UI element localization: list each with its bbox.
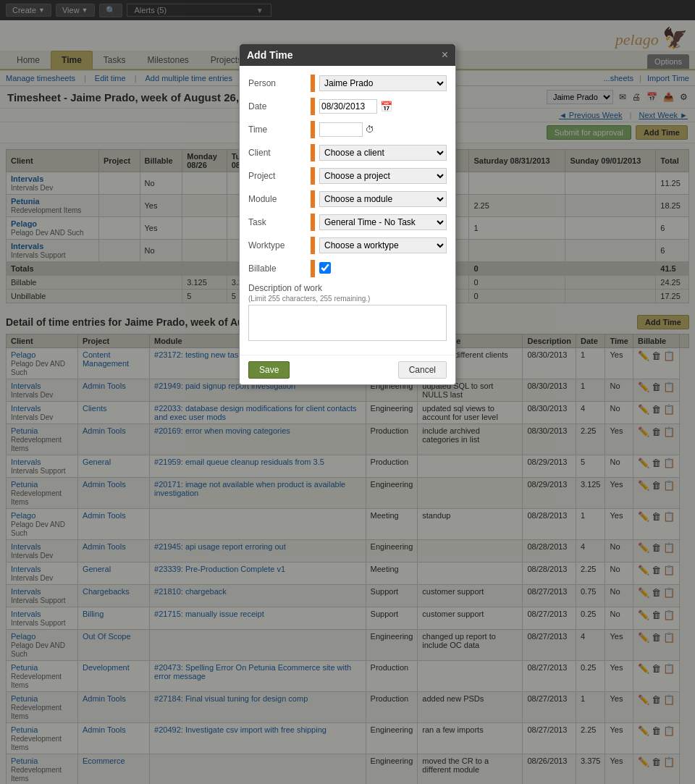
description-section: Description of work (Limit 255 character… (248, 283, 447, 343)
project-label: Project (248, 171, 306, 181)
worktype-row: Worktype Choose a worktype (248, 237, 447, 254)
add-time-modal: Add Time × Person Jaime Prado Date (239, 43, 456, 385)
date-orange-bar (311, 98, 315, 115)
save-button[interactable]: Save (248, 361, 290, 379)
billable-checkbox[interactable] (319, 262, 331, 274)
date-row: Date 📅 (248, 98, 447, 115)
modal-header: Add Time × (240, 44, 455, 66)
module-row: Module Choose a module (248, 190, 447, 208)
worktype-label: Worktype (248, 240, 306, 250)
time-field: ⏱ (319, 122, 447, 137)
client-select[interactable]: Choose a client (319, 145, 447, 161)
time-row: Time ⏱ (248, 121, 447, 138)
task-field: General Time - No Task (319, 214, 447, 230)
person-orange-bar (311, 75, 315, 92)
client-field: Choose a client (319, 145, 447, 161)
person-field: Jaime Prado (319, 75, 447, 91)
person-select-modal[interactable]: Jaime Prado (319, 75, 447, 91)
person-row: Person Jaime Prado (248, 75, 447, 92)
project-select[interactable]: Choose a project (319, 168, 447, 184)
client-label: Client (248, 148, 306, 158)
task-label: Task (248, 217, 306, 227)
time-orange-bar (311, 121, 315, 138)
description-label: Description of work (248, 283, 447, 293)
time-input[interactable] (319, 122, 363, 137)
billable-field (319, 262, 447, 276)
module-label: Module (248, 194, 306, 204)
project-orange-bar (311, 167, 315, 185)
billable-label: Billable (248, 264, 306, 274)
date-input[interactable] (319, 99, 377, 114)
worktype-select[interactable]: Choose a worktype (319, 237, 447, 253)
modal-footer: Save Cancel (240, 355, 455, 384)
client-orange-bar (311, 144, 315, 161)
cancel-button[interactable]: Cancel (398, 361, 447, 379)
task-select[interactable]: General Time - No Task (319, 214, 447, 230)
task-orange-bar (311, 214, 315, 231)
description-textarea[interactable] (248, 305, 447, 341)
modal-overlay: Add Time × Person Jaime Prado Date (0, 0, 695, 784)
worktype-orange-bar (311, 237, 315, 254)
client-row: Client Choose a client (248, 144, 447, 161)
time-label: Time (248, 125, 306, 135)
description-hint: (Limit 255 characters, 255 remaining.) (248, 295, 447, 303)
billable-orange-bar (311, 260, 315, 277)
project-field: Choose a project (319, 168, 447, 184)
date-field: 📅 (319, 99, 447, 114)
modal-title: Add Time (247, 49, 293, 61)
person-label: Person (248, 78, 306, 88)
time-clock-icon: ⏱ (366, 125, 374, 135)
project-row: Project Choose a project (248, 167, 447, 185)
module-select[interactable]: Choose a module (319, 191, 447, 207)
module-orange-bar (311, 190, 315, 208)
billable-row-modal: Billable (248, 260, 447, 277)
date-label: Date (248, 101, 306, 111)
worktype-field: Choose a worktype (319, 237, 447, 253)
calendar-picker-icon[interactable]: 📅 (380, 101, 392, 112)
modal-close-button[interactable]: × (442, 49, 448, 62)
task-row: Task General Time - No Task (248, 214, 447, 231)
module-field: Choose a module (319, 191, 447, 207)
modal-body: Person Jaime Prado Date 📅 Time (240, 66, 455, 355)
